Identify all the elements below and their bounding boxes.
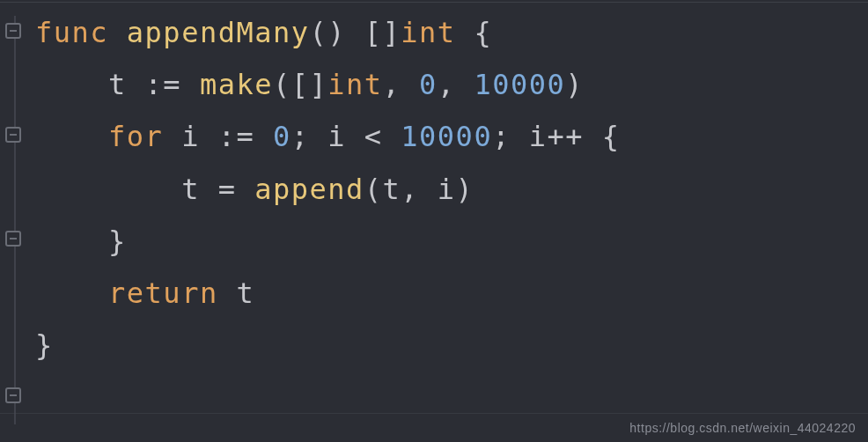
semicolon: ; [291, 120, 310, 153]
semicolon: ; [492, 120, 511, 153]
variable: t [181, 173, 200, 206]
variable: i [327, 120, 346, 153]
comma: , [401, 173, 419, 206]
type: int [327, 68, 382, 101]
number: 10000 [474, 68, 565, 101]
brace: } [108, 225, 127, 258]
type: int [401, 16, 455, 49]
paren: ( [273, 68, 291, 101]
comma: , [383, 68, 401, 101]
whitespace [511, 120, 529, 153]
code-line: } [35, 320, 868, 372]
whitespace [127, 68, 145, 101]
whitespace [200, 120, 218, 153]
brace: } [35, 328, 54, 362]
keyword: func [35, 16, 108, 49]
fold-icon[interactable] [5, 127, 21, 143]
whitespace [401, 68, 419, 101]
operator: ++ [547, 120, 584, 153]
variable: t [108, 68, 127, 101]
operator: = [218, 173, 237, 206]
fold-icon[interactable] [5, 387, 21, 403]
whitespace [163, 120, 181, 153]
paren: ( [364, 173, 383, 206]
whitespace [200, 173, 218, 206]
whitespace [254, 120, 273, 153]
whitespace [456, 68, 474, 101]
number: 10000 [401, 120, 492, 153]
code-area[interactable]: func appendMany() []int { t := make([]in… [0, 7, 868, 372]
operator: < [364, 120, 383, 153]
code-line: t := make([]int, 0, 10000) [35, 59, 868, 111]
fold-icon[interactable] [5, 231, 21, 247]
variable: i [529, 120, 548, 153]
indent [35, 120, 108, 153]
builtin: make [200, 68, 273, 101]
whitespace [108, 16, 127, 49]
indent [35, 68, 108, 101]
whitespace [218, 276, 237, 310]
whitespace [419, 173, 438, 206]
brace: { [474, 16, 492, 49]
code-editor[interactable]: func appendMany() []int { t := make([]in… [0, 0, 868, 442]
brackets: [] [291, 68, 328, 101]
paren: ) [565, 68, 584, 101]
keyword: for [108, 120, 163, 153]
gutter [0, 0, 28, 442]
whitespace [346, 16, 364, 49]
keyword: return [108, 276, 218, 310]
parentheses: () [309, 16, 346, 49]
variable: i [181, 120, 200, 153]
function-name: appendMany [127, 16, 310, 49]
brackets: [] [364, 16, 401, 49]
indent [35, 276, 108, 310]
variable: i [438, 173, 456, 206]
code-line: t = append(t, i) [35, 164, 868, 216]
paren: ) [456, 173, 474, 206]
whitespace [236, 173, 254, 206]
brace: { [602, 120, 621, 153]
whitespace [181, 68, 200, 101]
whitespace [456, 16, 474, 49]
fold-icon[interactable] [5, 23, 21, 39]
divider-bottom [0, 413, 868, 414]
comma: , [438, 68, 456, 101]
builtin: append [254, 173, 364, 206]
code-line: func appendMany() []int { [35, 7, 868, 59]
indent [35, 173, 181, 206]
code-line: for i := 0; i < 10000; i++ { [35, 111, 868, 163]
scope-line [14, 16, 16, 424]
number: 0 [419, 68, 438, 101]
whitespace [309, 120, 327, 153]
variable: t [383, 173, 401, 206]
code-line: return t [35, 268, 868, 320]
code-line: } [35, 216, 868, 268]
variable: t [236, 276, 254, 310]
whitespace [383, 120, 401, 153]
watermark: https://blog.csdn.net/weixin_44024220 [629, 421, 856, 435]
operator: := [145, 68, 182, 101]
number: 0 [273, 120, 291, 153]
operator: := [218, 120, 255, 153]
indent [35, 225, 108, 258]
whitespace [584, 120, 602, 153]
whitespace [346, 120, 364, 153]
